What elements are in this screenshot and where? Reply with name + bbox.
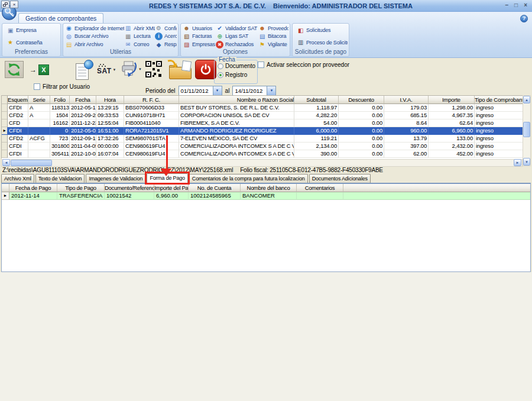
row-indicator: [2, 112, 8, 119]
invoice-row-selected[interactable]: ► CFDI 0 2012-05-02 16:51:00 RORA7212015…: [2, 127, 523, 135]
scroll-right-button[interactable]: ►: [514, 159, 521, 166]
buscar-archivo-button[interactable]: ◎ Buscar Archivo: [65, 33, 124, 40]
empresa-button[interactable]: ▣ Empresa: [7, 27, 59, 34]
filtrar-por-usuario-checkbox[interactable]: Filtrar por Usuario: [34, 83, 90, 90]
dropdown-icon[interactable]: ▼: [213, 86, 222, 95]
close-button[interactable]: ×: [524, 2, 527, 8]
col-nombre[interactable]: Nombre o Razon Social: [179, 96, 294, 104]
cell-rfc: CUN910718H71: [124, 112, 179, 119]
periodo-to-select[interactable]: 14/11/2012 ▼: [232, 86, 276, 96]
pcol-comentarios[interactable]: Comentarios: [297, 184, 343, 192]
key-icon: ★: [7, 38, 14, 46]
tab-comentarios-compra[interactable]: Comentarios de la compra para futura loc…: [189, 174, 308, 183]
pcol-no-de-cuenta[interactable]: No. de Cuenta: [189, 184, 241, 192]
col-fecha[interactable]: Fecha: [70, 96, 96, 104]
cell-esquema: CFDI: [8, 150, 28, 158]
ribbon: Gestion de comprobantes ? ▣ Empresa ★ Co…: [0, 12, 532, 58]
cell-descuento: 0.00: [339, 135, 384, 143]
tab-documentos-adicionales[interactable]: Documentos Adicionales: [309, 174, 371, 183]
lectura-button[interactable]: ▦ Lectura: [124, 33, 155, 40]
payment-row[interactable]: ► 2012-11-14 TRASFERENCIA 10021542 6,960…: [2, 192, 530, 200]
periodo-from-select[interactable]: 01/11/2012 ▼: [179, 86, 222, 96]
scroll-thumb[interactable]: [11, 160, 52, 166]
col-importe[interactable]: Importe: [429, 96, 475, 104]
scroll-thumb[interactable]: [523, 122, 530, 137]
col-rfc[interactable]: R. F. C.: [124, 96, 179, 104]
scan-print-button[interactable]: ▼: [121, 60, 144, 79]
respaldo-button[interactable]: ◆ Respaldo: [155, 41, 177, 48]
empresas-button[interactable]: ▨ Empresas: [183, 41, 216, 48]
tab-texto-de-validacion[interactable]: Texto de Validacion: [35, 174, 85, 183]
col-descuento[interactable]: Descuento: [339, 96, 384, 104]
help-button[interactable]: ?: [520, 15, 528, 22]
col-esquema[interactable]: Esquema: [8, 96, 28, 104]
invoice-row[interactable]: CFD2 ACFG 723 2012-09-19 17:32:26 SEM980…: [2, 135, 523, 143]
pcol-fecha-de-pago[interactable]: Fecha de Pago: [9, 184, 57, 192]
refresh-button[interactable]: [5, 61, 24, 78]
export-excel-button[interactable]: → X: [30, 63, 52, 76]
facturas-button[interactable]: ▧ Facturas: [183, 33, 216, 40]
grid-vertical-scrollbar[interactable]: ▲ ▼: [523, 95, 531, 166]
invoice-row[interactable]: CFDI 30180046 2011-04-05 00:00:00 CEN980…: [2, 143, 523, 150]
tab-gestion-de-comprobantes[interactable]: Gestion de comprobantes: [18, 13, 103, 23]
col-subtotal[interactable]: Subtotal: [294, 96, 339, 104]
configuracion-button[interactable]: ⚙ Configuracion: [155, 24, 177, 32]
validador-sat-button[interactable]: ✔ Validador SAT: [216, 24, 258, 32]
ligas-sat-button[interactable]: ⊕ Ligas SAT: [216, 33, 258, 40]
col-folio[interactable]: Folio: [50, 96, 70, 104]
radio-registro[interactable]: Registro: [218, 72, 257, 78]
bitacora-button[interactable]: ▤ Bitacora: [258, 33, 288, 40]
cell-fecha: 2011-04-05: [70, 143, 96, 150]
pcol-tipo-de-pago[interactable]: Tipo de Pago: [57, 184, 105, 192]
pcol-nombre-del-banco[interactable]: Nombre del banco: [241, 184, 297, 192]
rechazados-button[interactable]: ✖ Rechazados: [216, 41, 258, 48]
explorador-de-internet-button[interactable]: ◉ Explorador de Internet: [65, 24, 124, 32]
exit-button[interactable]: [195, 60, 216, 79]
vigilante-button[interactable]: ⚑ Vigilante: [258, 41, 288, 48]
solicitudes-button[interactable]: ◧ Solicitudes: [297, 27, 348, 34]
invoice-row[interactable]: CFD2 A 1504 2012-09-28 09:33:53 CUN91071…: [2, 112, 523, 119]
maximize-button[interactable]: □: [514, 2, 518, 8]
scroll-up-button[interactable]: ▲: [523, 96, 530, 104]
cell-iva: 13.79: [384, 135, 429, 143]
proceso-de-solicitud-button[interactable]: ▥ Proceso de Solicitud: [297, 38, 348, 46]
status-bar: Z:\recibidas\AGU811103SVA\ARMANDORODRIGU…: [2, 167, 530, 173]
xml-web-document-button[interactable]: [74, 60, 93, 80]
tab-archivo-xml[interactable]: Archivo Xml: [1, 174, 34, 183]
contrasena-button[interactable]: ★ Contraseña: [7, 38, 59, 46]
tab-imagenes-de-validacion[interactable]: Imagenes de Validacion: [86, 174, 145, 183]
correo-button[interactable]: ✉ Correo: [124, 41, 155, 48]
cell-hora: 09:33:53: [96, 112, 124, 119]
close-child-button[interactable]: ×: [10, 1, 18, 8]
invoice-row[interactable]: CFDI A 118313 2012-05-17 13:29:15 BBS070…: [2, 104, 523, 112]
acerca-de-button[interactable]: i Acerca de: [155, 33, 177, 40]
scroll-down-button[interactable]: ▼: [523, 158, 530, 166]
sat-button[interactable]: SAT ▼: [97, 62, 119, 77]
abrir-xml-button[interactable]: ▥ Abrir XML: [124, 24, 155, 32]
abrir-archivo-button[interactable]: ▤ Abrir Archivo: [65, 41, 124, 48]
col-tipo[interactable]: Tipo de Comprobante: [475, 96, 523, 104]
row-indicator: [2, 104, 8, 112]
dropdown-icon[interactable]: ▼: [267, 86, 275, 95]
usuarios-button[interactable]: ☻ Usuarios: [183, 24, 216, 32]
restore-child-button[interactable]: [1, 1, 9, 8]
col-serie[interactable]: Serie: [28, 96, 50, 104]
periodo-from-value: 01/11/2012: [179, 86, 213, 95]
radio-documento[interactable]: Documento: [218, 63, 257, 69]
proveedores-button[interactable]: ☻ Proveedores: [258, 24, 288, 32]
col-iva[interactable]: I.V.A.: [384, 96, 429, 104]
qr-code-button[interactable]: [145, 61, 162, 79]
invoice-row[interactable]: CFDI 30541171 2012-10-08 16:07:04 CEN980…: [2, 150, 523, 158]
search-icon: ◎: [65, 33, 73, 40]
import-file-button[interactable]: [167, 59, 194, 80]
col-hora[interactable]: Hora: [96, 96, 124, 104]
pcol-importe-del-pago[interactable]: Importe del Pago: [154, 184, 189, 192]
minimize-button[interactable]: –: [505, 2, 509, 8]
scroll-left-button[interactable]: ◄: [2, 159, 10, 166]
grid-horizontal-scrollbar[interactable]: ◄ ►: [1, 159, 523, 167]
invoice-row[interactable]: CFD 16162 2011-12-23 12:55:04 FIB0004110…: [2, 119, 523, 127]
pcol-documento-referencia[interactable]: Documento/Referencia: [105, 184, 154, 192]
tab-forma-de-pago[interactable]: Forma de Pago: [147, 173, 187, 183]
activar-seleccion-checkbox[interactable]: Activar seleccion por proveedor: [258, 62, 349, 68]
cell-esquema: CFD: [8, 119, 28, 127]
